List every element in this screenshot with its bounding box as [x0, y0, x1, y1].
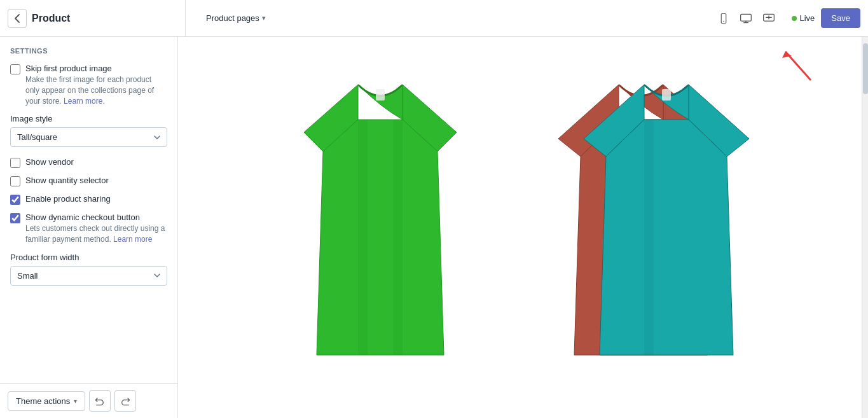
scrollbar-thumb[interactable]: [863, 43, 868, 94]
product-form-width-group: Product form width Small Medium Large: [10, 253, 167, 286]
sidebar-scroll[interactable]: SETTINGS Skip first product image Make t…: [0, 37, 177, 383]
svg-rect-7: [662, 89, 671, 101]
live-indicator: Live: [792, 13, 815, 23]
skip-first-image-label[interactable]: Skip first product image: [25, 64, 112, 73]
svg-point-1: [723, 20, 724, 22]
view-toggle-icons: [714, 9, 779, 28]
show-quantity-checkbox[interactable]: [10, 176, 20, 186]
svg-rect-2: [740, 14, 751, 21]
theme-actions-button[interactable]: Theme actions ▾: [8, 391, 85, 411]
image-style-label: Image style: [10, 114, 167, 123]
product-pages-button[interactable]: Product pages ▾: [201, 10, 271, 27]
top-bar-right: Live Save: [784, 8, 861, 28]
expand-view-button[interactable]: [759, 9, 779, 28]
mobile-view-button[interactable]: [714, 9, 733, 28]
show-quantity-label[interactable]: Show quantity selector: [25, 176, 109, 185]
show-quantity-row: Show quantity selector: [10, 176, 167, 186]
product-images: [203, 50, 843, 395]
show-dynamic-checkout-row: Show dynamic checkout button Lets custom…: [10, 212, 167, 245]
skip-first-image-hint: Make the first image for each product on…: [25, 74, 167, 106]
top-bar-left: Product: [8, 0, 186, 36]
show-vendor-label[interactable]: Show vendor: [25, 157, 74, 167]
skip-first-image-link[interactable]: Learn more.: [64, 97, 105, 106]
show-vendor-row: Show vendor: [10, 157, 167, 168]
product-form-width-select[interactable]: Small Medium Large: [10, 266, 167, 286]
live-dot: [792, 16, 797, 21]
sidebar-footer: Theme actions ▾: [0, 383, 177, 418]
overlapping-tshirts: [520, 62, 787, 380]
show-dynamic-checkout-label[interactable]: Show dynamic checkout button: [25, 212, 140, 222]
main-content: SETTINGS Skip first product image Make t…: [0, 37, 868, 418]
preview-area[interactable]: [178, 37, 868, 418]
page-title: Product: [32, 13, 70, 24]
skip-first-image-row: Skip first product image Make the first …: [10, 64, 167, 106]
show-dynamic-checkout-hint: Lets customers check out directly using …: [25, 223, 167, 245]
svg-rect-6: [376, 89, 385, 101]
scrollbar-track: [862, 37, 868, 418]
image-style-select[interactable]: Natural Tall/square Short/wide: [10, 127, 167, 147]
enable-sharing-checkbox[interactable]: [10, 195, 20, 205]
show-vendor-checkbox[interactable]: [10, 158, 20, 168]
settings-label: SETTINGS: [10, 47, 167, 55]
show-dynamic-checkout-checkbox[interactable]: [10, 213, 20, 223]
back-button[interactable]: [8, 9, 27, 28]
save-button[interactable]: Save: [821, 8, 860, 28]
enable-sharing-row: Enable product sharing: [10, 194, 167, 205]
dynamic-checkout-link[interactable]: Learn more: [113, 235, 152, 244]
top-bar-center: Product pages ▾: [191, 9, 779, 28]
skip-first-image-checkbox[interactable]: [10, 64, 20, 74]
enable-sharing-label[interactable]: Enable product sharing: [25, 194, 111, 204]
image-style-group: Image style Natural Tall/square Short/wi…: [10, 114, 167, 147]
desktop-view-button[interactable]: [736, 9, 756, 28]
preview-content: [178, 37, 868, 418]
sidebar: SETTINGS Skip first product image Make t…: [0, 37, 178, 418]
undo-button[interactable]: [89, 390, 111, 412]
redo-button[interactable]: [114, 390, 136, 412]
product-form-width-label: Product form width: [10, 253, 167, 262]
green-tshirt: [259, 62, 501, 382]
top-bar: Product Product pages ▾: [0, 0, 868, 37]
